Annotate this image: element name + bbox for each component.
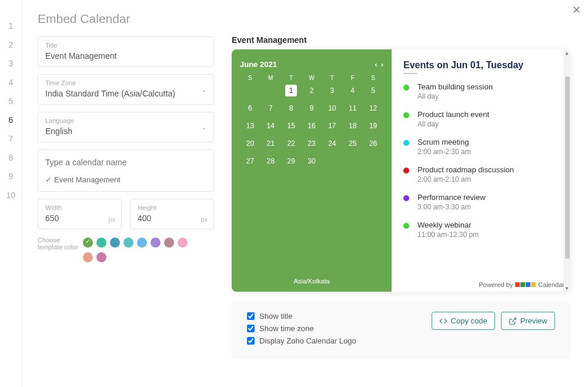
scrollbar[interactable]: ▲ ▼ [563,49,570,292]
day-cell[interactable]: 7 [260,102,281,114]
day-cell[interactable]: 27 [240,155,260,167]
event-item[interactable]: Team building sessionAll day [403,82,562,101]
show-logo-checkbox[interactable]: Display Zoho Calendar Logo [247,336,356,345]
day-cell[interactable]: 19 [363,120,383,132]
color-swatch[interactable] [96,252,106,262]
event-item[interactable]: Scrum meeting2:00 am-2:30 am [403,138,562,156]
width-field[interactable]: Width 650 px [38,199,122,229]
prev-month-icon[interactable]: ‹ [375,60,377,69]
title-value: Event Management [45,51,206,61]
color-swatch[interactable] [123,238,133,248]
day-cell[interactable]: 11 [342,102,363,114]
day-cell[interactable]: 28 [260,155,281,167]
close-icon[interactable]: ✕ [572,4,581,16]
day-cell[interactable]: 24 [322,138,342,149]
day-cell[interactable]: 6 [240,102,260,114]
step-8[interactable]: 8 [0,148,22,167]
event-item[interactable]: Performance review3:00 am-3:30 am [403,193,562,211]
color-swatch[interactable] [178,238,188,248]
event-dot-icon [403,223,409,229]
copy-code-button[interactable]: Copy code [432,312,495,330]
day-cell[interactable]: 14 [260,120,281,132]
day-cell[interactable]: 10 [322,102,342,114]
event-title: Weekly webinar [417,221,479,229]
powered-suffix: Calendar [538,281,564,288]
show-title-checkbox[interactable]: Show title [247,312,356,321]
step-4[interactable]: 4 [0,73,22,92]
step-5[interactable]: 5 [0,92,22,111]
calendar-selected[interactable]: ✓ Event Management [45,175,206,184]
event-title: Scrum meeting [417,138,471,146]
px-unit: px [108,216,115,223]
calendar-month: June 2021 [240,60,277,69]
event-time: 11:00 am-12:30 pm [417,231,479,239]
day-cell[interactable]: 4 [342,85,363,96]
step-7[interactable]: 7 [0,129,22,148]
day-cell[interactable]: 25 [342,138,363,149]
preview-button[interactable]: Preview [501,312,555,330]
step-10[interactable]: 10 [0,186,22,205]
scroll-up-icon[interactable]: ▲ [564,51,569,55]
day-of-week-row: SMTWTFS [240,75,383,81]
color-swatch[interactable] [83,252,93,262]
calendar-selected-name: Event Management [54,175,121,184]
language-label: Language [45,117,206,124]
day-cell[interactable]: 23 [302,138,322,149]
color-swatch[interactable] [96,238,106,248]
day-cell[interactable]: 21 [260,138,281,149]
next-month-icon[interactable]: › [381,60,383,69]
height-value: 400 [138,213,206,223]
color-swatch[interactable] [137,238,147,248]
event-title: Product launch event [417,110,489,119]
day-cell[interactable]: 8 [281,102,302,114]
step-1[interactable]: 1 [0,16,22,35]
color-swatch[interactable] [83,238,93,248]
day-cell[interactable]: 22 [281,138,302,149]
title-field[interactable]: Title Event Management [38,36,214,67]
day-cell[interactable]: 16 [302,120,322,132]
day-cell[interactable]: 1 [285,85,297,96]
scrollbar-thumb[interactable] [565,76,570,259]
day-cell[interactable]: 20 [240,138,260,149]
day-cell[interactable]: 3 [322,85,342,96]
step-2[interactable]: 2 [0,35,22,54]
event-title: Performance review [417,193,486,202]
day-cell[interactable]: 13 [240,120,260,132]
color-swatch[interactable] [110,238,120,248]
chevron-down-icon: ⌄ [202,86,206,93]
event-time: 2:00 am-2:10 am [417,175,514,184]
day-cell[interactable]: 26 [363,138,383,149]
day-cell[interactable]: 30 [302,155,322,167]
event-item[interactable]: Weekly webinar11:00 am-12:30 pm [403,221,562,239]
dow-cell: T [281,75,302,81]
day-cell [363,155,383,167]
powered-by: Powered by Calendar [479,281,564,288]
day-cell[interactable]: 17 [322,120,342,132]
height-label: Height [138,204,206,211]
day-cell[interactable]: 12 [363,102,383,114]
step-3[interactable]: 3 [0,54,22,73]
day-cell[interactable]: 5 [363,85,383,96]
language-field[interactable]: Language English ⌄ [38,112,214,142]
day-cell[interactable]: 9 [302,102,322,114]
timezone-value: India Standard Time (Asia/Calcutta) [45,89,206,98]
day-cell[interactable]: 29 [281,155,302,167]
dow-cell: S [240,75,260,81]
color-swatch[interactable] [151,238,161,248]
event-dot-icon [403,140,409,146]
scroll-down-icon[interactable]: ▼ [564,286,569,291]
day-cell[interactable]: 18 [342,120,363,132]
timezone-field[interactable]: Time Zone India Standard Time (Asia/Calc… [38,74,214,105]
events-panel: Events on Jun 01, Tuesday Team building … [392,49,570,292]
day-cell[interactable]: 15 [281,120,302,132]
calendar-name-input[interactable] [45,158,206,167]
event-item[interactable]: Product roadmap discussion2:00 am-2:10 a… [403,165,562,184]
color-swatches [81,236,189,266]
step-9[interactable]: 9 [0,167,22,186]
show-tz-checkbox[interactable]: Show time zone [247,324,356,333]
color-swatch[interactable] [164,238,174,248]
day-cell[interactable]: 2 [302,85,322,96]
height-field[interactable]: Height 400 px [130,199,214,229]
event-item[interactable]: Product launch eventAll day [403,110,562,128]
step-6[interactable]: 6 [0,111,22,129]
